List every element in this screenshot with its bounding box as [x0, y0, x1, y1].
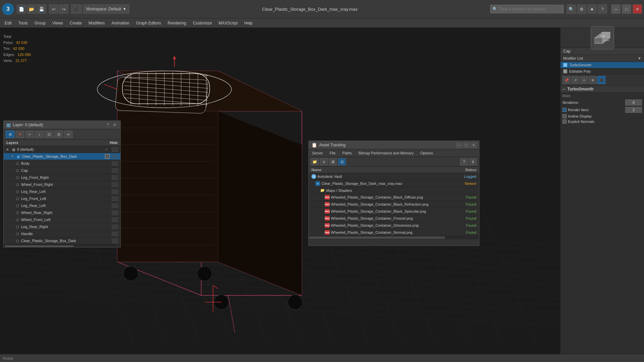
- layer-drag-handle[interactable]: [112, 182, 118, 187]
- layer-drag-handle[interactable]: [112, 147, 118, 152]
- viewport-button[interactable]: ⬛: [71, 4, 82, 14]
- menu-rendering[interactable]: Rendering: [164, 19, 189, 27]
- menu-customize[interactable]: Customize: [189, 19, 215, 27]
- layer-item[interactable]: ▶ ▦ 0 (default) ✓: [4, 146, 120, 153]
- menu-create[interactable]: Create: [66, 19, 85, 27]
- ts-renderiters-input[interactable]: [625, 107, 642, 113]
- asset-item[interactable]: PNG Wheeled_Plastic_Storage_Container_No…: [309, 229, 479, 236]
- layer-panel-titlebar[interactable]: ▦ Layer: 0 (default) ? ✕: [4, 121, 120, 129]
- ts-explicit-checkbox[interactable]: [563, 120, 567, 124]
- menu-edit[interactable]: Edit: [1, 19, 15, 27]
- ts-iterations-input[interactable]: [625, 99, 642, 105]
- layer-item[interactable]: ⬡ Wheel_Rear_Right: [4, 209, 120, 216]
- layer-tb-delete[interactable]: ✕: [15, 131, 24, 138]
- layer-item[interactable]: ⬡ Handle: [4, 230, 120, 237]
- rp-icon-select[interactable]: ↗: [571, 76, 579, 84]
- layer-expand-icon[interactable]: ▶: [6, 147, 10, 151]
- layer-item[interactable]: ⬡ Leg_Rear_Right: [4, 223, 120, 230]
- maximize-button[interactable]: □: [622, 4, 631, 14]
- menu-help[interactable]: Help: [241, 19, 256, 27]
- asset-maximize-btn[interactable]: □: [464, 143, 469, 147]
- asset-tb-help[interactable]: ?: [460, 158, 468, 165]
- open-button[interactable]: 📂: [27, 4, 36, 14]
- search-btn[interactable]: 🔍: [567, 4, 576, 14]
- layer-item[interactable]: ⬡ Leg_Front_Right: [4, 174, 120, 181]
- asset-tb-btn4[interactable]: ⊟: [338, 158, 346, 165]
- ts-isoline-checkbox[interactable]: [563, 114, 567, 118]
- layer-item[interactable]: ⬡ Leg_Rear_Left: [4, 202, 120, 209]
- menu-maxscript[interactable]: MAXScript: [215, 19, 241, 27]
- workspace-button[interactable]: Workspace: Default ▼: [83, 4, 129, 14]
- minimize-button[interactable]: ─: [611, 4, 621, 14]
- ts-collapse-icon[interactable]: ─: [563, 87, 566, 91]
- layer-drag-handle[interactable]: [112, 217, 118, 222]
- layer-tb-add[interactable]: +: [25, 131, 34, 138]
- rp-icon-pin[interactable]: 📌: [563, 76, 571, 84]
- asset-item[interactable]: PNG Wheeled_Plastic_Storage_Container_Bl…: [309, 201, 479, 208]
- asset-tb-btn1[interactable]: 📁: [311, 158, 319, 165]
- layer-drag-handle[interactable]: [112, 224, 118, 229]
- asset-close-btn[interactable]: ✕: [471, 143, 476, 147]
- asset-item[interactable]: PNG Wheeled_Plastic_Storage_Container_Bl…: [309, 194, 479, 201]
- menu-modifiers[interactable]: Modifiers: [85, 19, 108, 27]
- layer-scrollbar-thumb[interactable]: [5, 245, 73, 247]
- layer-tb-move[interactable]: ↕: [35, 131, 44, 138]
- layer-drag-handle[interactable]: [112, 203, 118, 208]
- layer-item[interactable]: ⬡ Leg_Front_Left: [4, 195, 120, 202]
- asset-minimize-btn[interactable]: ─: [456, 143, 462, 147]
- asset-panel-titlebar[interactable]: 📋 Asset Tracking ─ □ ✕: [309, 141, 479, 149]
- asset-item[interactable]: PNG Wheeled_Plastic_Storage_Container_Gl…: [309, 222, 479, 229]
- layer-scrollbar[interactable]: [4, 244, 120, 247]
- asset-tb-btn3[interactable]: ⊞: [329, 158, 337, 165]
- star-btn[interactable]: ★: [587, 4, 597, 14]
- asset-menu-bitmap[interactable]: Bitmap Performance and Memory: [357, 150, 415, 156]
- asset-item[interactable]: M Clear_Plastic_Storage_Box_Dark_max_vra…: [309, 180, 479, 187]
- settings-btn[interactable]: ⚙: [577, 4, 586, 14]
- asset-scrollbar[interactable]: [309, 236, 479, 239]
- menu-animation[interactable]: Animation: [108, 19, 133, 27]
- save-button[interactable]: 💾: [37, 4, 46, 14]
- menu-views[interactable]: Views: [49, 19, 66, 27]
- rp-icon-select2[interactable]: ⊹: [580, 76, 588, 84]
- layer-item[interactable]: ⬡ Wheel_Front_Left: [4, 216, 120, 223]
- layer-drag-handle[interactable]: [112, 175, 118, 180]
- layer-item[interactable]: ⬡ Clear_Plastic_Storage_Box_Dark: [4, 237, 120, 244]
- asset-item[interactable]: A Autodesk Vault Logged: [309, 173, 479, 180]
- menu-group[interactable]: Group: [31, 19, 49, 27]
- undo-button[interactable]: ↩: [49, 4, 58, 14]
- layer-drag-handle[interactable]: [112, 210, 118, 215]
- asset-menu-paths[interactable]: Paths: [341, 150, 353, 156]
- layer-drag-handle[interactable]: [112, 238, 118, 243]
- close-button[interactable]: ✕: [633, 4, 642, 14]
- asset-menu-options[interactable]: Options: [419, 150, 434, 156]
- rp-icon-active[interactable]: ⬛: [597, 76, 605, 84]
- layer-expand-icon[interactable]: ▼: [10, 154, 14, 158]
- nav-cube[interactable]: TOP FRONT LEFT: [589, 24, 616, 51]
- layer-item[interactable]: ▼ ▦ Clear_Plastic_Storage_Box_Dark: [4, 153, 120, 160]
- new-button[interactable]: 📄: [17, 4, 26, 14]
- layer-drag-handle[interactable]: [112, 161, 118, 166]
- layer-item[interactable]: ⬡ Wheel_Front_Right: [4, 181, 120, 188]
- help-btn[interactable]: ?: [598, 4, 607, 14]
- layer-item[interactable]: ⬡ Leg_Rear_Left: [4, 188, 120, 195]
- asset-item[interactable]: 📁 Maps / Shaders: [309, 187, 479, 194]
- search-bar[interactable]: 🔍: [490, 5, 564, 13]
- menu-graph-editors[interactable]: Graph Editors: [133, 19, 164, 27]
- menu-tools[interactable]: Tools: [15, 19, 31, 27]
- layer-help-btn[interactable]: ?: [105, 123, 110, 127]
- asset-tb-info[interactable]: ℹ: [469, 158, 477, 165]
- asset-item[interactable]: PNG Wheeled_Plastic_Storage_Container_Fr…: [309, 215, 479, 222]
- asset-menu-server[interactable]: Server: [311, 150, 324, 156]
- modifier-turbosmooth[interactable]: T TurboSmooth: [561, 62, 644, 68]
- redo-button[interactable]: ↪: [59, 4, 68, 14]
- asset-tb-btn2[interactable]: ≡: [320, 158, 328, 165]
- layer-tb-all[interactable]: ⊞: [6, 131, 14, 138]
- modifier-list-dropdown-icon[interactable]: ▼: [638, 56, 641, 60]
- layer-drag-handle[interactable]: [112, 168, 118, 173]
- layer-item-color-swatch[interactable]: [105, 154, 110, 159]
- search-input[interactable]: [499, 7, 556, 11]
- modifier-editpoly[interactable]: E Editable Poly: [561, 68, 644, 75]
- layer-drag-handle[interactable]: [112, 196, 118, 201]
- asset-menu-file[interactable]: File: [328, 150, 337, 156]
- layer-drag-handle[interactable]: [112, 189, 118, 194]
